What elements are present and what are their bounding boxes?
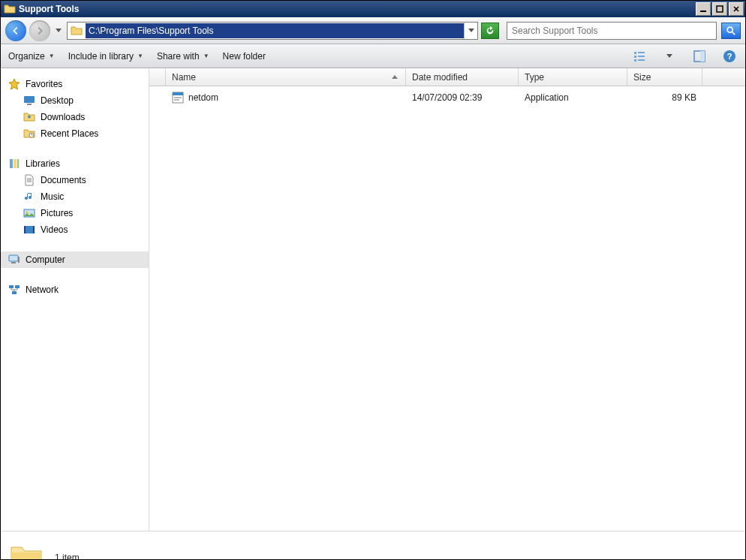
network-group: Network: [1, 282, 149, 298]
svg-rect-33: [174, 99, 179, 101]
svg-rect-13: [24, 96, 35, 103]
address-bar: [67, 22, 478, 40]
file-list[interactable]: netdom 14/07/2009 02:39 Application 89 K…: [149, 86, 745, 531]
column-header-row: Name Date modified Type Size: [149, 68, 745, 86]
favorites-label: Favorites: [26, 79, 62, 89]
organize-label: Organize: [8, 51, 45, 62]
back-button[interactable]: [5, 20, 26, 41]
file-name: netdom: [188, 92, 218, 103]
svg-rect-22: [24, 226, 26, 233]
svg-rect-6: [638, 56, 645, 57]
column-label: Size: [633, 72, 651, 83]
sidebar-item-recent-places[interactable]: Recent Places: [1, 125, 149, 142]
file-view: Name Date modified Type Size netdom 14/0…: [149, 68, 745, 531]
sidebar-item-computer[interactable]: Computer: [1, 251, 149, 268]
sidebar-item-downloads[interactable]: Downloads: [1, 109, 149, 125]
svg-rect-23: [33, 226, 35, 233]
file-size: 89 KB: [672, 92, 696, 103]
computer-icon: [8, 254, 20, 266]
network-icon: [8, 284, 20, 296]
sidebar-item-label: Music: [41, 191, 64, 202]
sidebar-item-network[interactable]: Network: [1, 282, 149, 298]
address-input[interactable]: [86, 23, 464, 38]
file-type: Application: [525, 92, 569, 103]
share-label: Share with: [157, 51, 200, 62]
recent-places-icon: [23, 128, 35, 140]
libraries-icon: [8, 158, 20, 170]
svg-rect-21: [24, 226, 35, 233]
preview-pane-button[interactable]: [691, 48, 708, 65]
folder-icon: [4, 3, 16, 15]
svg-rect-4: [638, 52, 645, 53]
file-row[interactable]: netdom 14/07/2009 02:39 Application 89 K…: [149, 86, 745, 103]
svg-rect-1: [717, 6, 723, 12]
window-controls: [694, 2, 744, 16]
column-header-size[interactable]: Size: [627, 68, 702, 86]
svg-rect-27: [9, 285, 14, 288]
view-options-button[interactable]: [631, 48, 648, 65]
help-button[interactable]: ?: [721, 48, 738, 65]
svg-rect-7: [634, 59, 636, 62]
svg-text:?: ?: [727, 52, 732, 61]
music-icon: [23, 191, 35, 203]
details-pane: 1 item: [1, 531, 745, 560]
sidebar-item-label: Computer: [26, 254, 65, 265]
minimize-button[interactable]: [696, 2, 711, 16]
column-header-name[interactable]: Name: [166, 68, 406, 86]
sidebar-item-documents[interactable]: Documents: [1, 172, 149, 188]
search-box: [507, 22, 717, 40]
sidebar-item-label: Videos: [41, 224, 68, 235]
svg-rect-8: [638, 59, 645, 61]
desktop-icon: [23, 95, 35, 107]
organize-menu[interactable]: Organize▼: [8, 51, 55, 62]
libraries-group: Libraries Documents Music Pictures Video…: [1, 155, 149, 238]
recent-locations-button[interactable]: [53, 20, 64, 41]
downloads-icon: [23, 111, 35, 123]
address-dropdown-button[interactable]: [464, 23, 477, 39]
sidebar-item-pictures[interactable]: Pictures: [1, 205, 149, 221]
command-bar: Organize▼ Include in library▼ Share with…: [1, 44, 745, 68]
column-label: Type: [525, 72, 544, 83]
libraries-header[interactable]: Libraries: [1, 155, 149, 172]
svg-rect-10: [700, 51, 705, 62]
sidebar-item-label: Recent Places: [41, 128, 98, 139]
svg-rect-5: [634, 56, 636, 58]
svg-rect-17: [14, 159, 17, 168]
newfolder-label: New folder: [223, 51, 266, 62]
favorites-header[interactable]: Favorites: [1, 76, 149, 92]
main-area: Favorites Desktop Downloads Recent Place…: [1, 68, 745, 531]
star-icon: [8, 78, 20, 90]
svg-rect-32: [174, 97, 182, 98]
view-dropdown-button[interactable]: [661, 48, 678, 65]
sidebar-item-desktop[interactable]: Desktop: [1, 92, 149, 109]
application-icon: [172, 92, 184, 104]
refresh-button[interactable]: [481, 23, 499, 39]
column-label: Name: [172, 72, 196, 83]
column-header-type[interactable]: Type: [519, 68, 627, 86]
new-folder-button[interactable]: New folder: [223, 51, 266, 62]
column-header-modified[interactable]: Date modified: [406, 68, 519, 86]
sidebar-item-videos[interactable]: Videos: [1, 221, 149, 238]
column-gutter: [149, 68, 166, 86]
svg-rect-24: [9, 255, 18, 261]
navigation-pane: Favorites Desktop Downloads Recent Place…: [1, 68, 149, 531]
file-modified: 14/07/2009 02:39: [412, 92, 482, 103]
include-in-library-menu[interactable]: Include in library▼: [68, 51, 143, 62]
forward-button[interactable]: [29, 20, 50, 41]
sidebar-item-label: Downloads: [41, 112, 85, 122]
svg-rect-25: [11, 262, 16, 263]
svg-rect-14: [27, 104, 32, 105]
share-with-menu[interactable]: Share with▼: [157, 51, 209, 62]
navigation-bar: [1, 17, 745, 44]
search-button[interactable]: [721, 23, 741, 39]
svg-rect-31: [173, 92, 183, 95]
search-input[interactable]: [507, 23, 716, 38]
close-button[interactable]: [729, 2, 744, 16]
pictures-icon: [23, 207, 35, 219]
column-label: Date modified: [412, 72, 468, 83]
sidebar-item-music[interactable]: Music: [1, 188, 149, 205]
include-label: Include in library: [68, 51, 134, 62]
column-filler: [702, 68, 745, 86]
svg-rect-16: [10, 159, 13, 168]
maximize-button[interactable]: [712, 2, 727, 16]
